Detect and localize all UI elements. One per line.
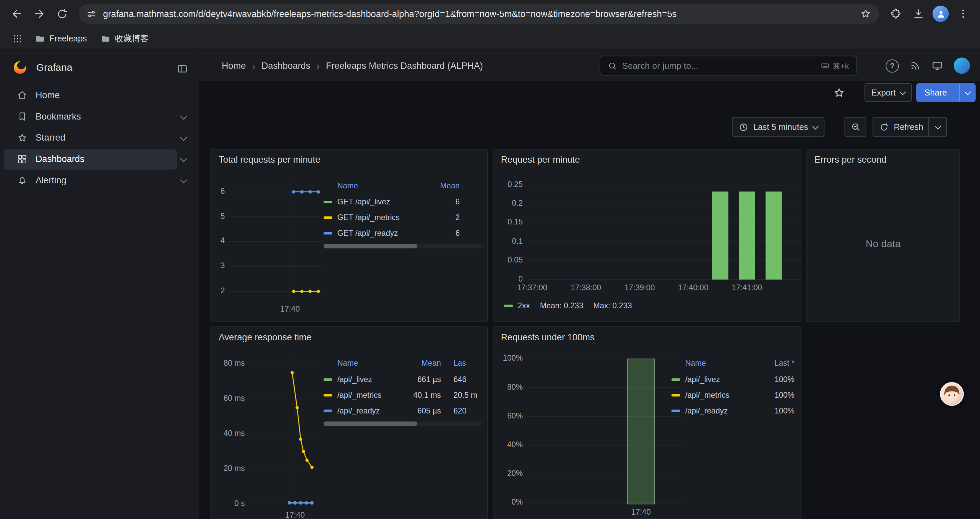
legend-row: GET /api/_readyz 6: [323, 225, 482, 241]
sidebar-item-starred[interactable]: Starred: [0, 128, 199, 149]
refresh-icon: [879, 122, 889, 132]
assistant-avatar[interactable]: [940, 382, 964, 406]
legend-inline: 2xx Mean: 0.233 Max: 0.233: [504, 302, 632, 310]
person-icon: [936, 9, 945, 18]
breadcrumb-dashboards[interactable]: Dashboards: [261, 61, 310, 71]
legend-series-name[interactable]: /api/_metrics: [337, 390, 401, 399]
panel-title[interactable]: Average response time: [218, 332, 312, 342]
panel-title[interactable]: Requests under 100ms: [501, 332, 595, 342]
x-axis-tick-label: 17:40: [262, 305, 318, 313]
y-axis-tick-label: 40 ms: [210, 429, 245, 438]
legend-table: Name Mean GET /api/_livez 6 GET /api/_me…: [323, 178, 482, 241]
panel-requests-under-100ms: 100%80%60%40%20%0%17:40 Requests under 1…: [493, 326, 801, 519]
legend-header-name[interactable]: Name: [337, 359, 401, 368]
legend-header-mean[interactable]: Mean: [406, 359, 441, 368]
panel-title[interactable]: Errors per second: [815, 155, 886, 164]
grafana-logo[interactable]: [12, 60, 27, 75]
share-menu-caret[interactable]: [959, 84, 975, 101]
apps-grid-icon: [12, 34, 22, 43]
topnav-icons: ?: [886, 57, 970, 74]
breadcrumb-home[interactable]: Home: [222, 61, 246, 71]
legend-series-name[interactable]: /api/_readyz: [337, 406, 401, 415]
chart-request-per-minute[interactable]: 0.250.20.150.10.05017:37:0017:38:0017:39…: [493, 150, 800, 322]
y-axis-tick-label: 80%: [488, 383, 523, 391]
chevron-down-icon[interactable]: [180, 113, 187, 120]
legend-header-last[interactable]: Las: [446, 359, 482, 368]
legend-series-name[interactable]: /api/_readyz: [685, 406, 757, 415]
search-placeholder: Search or jump to...: [622, 61, 816, 71]
legend-series-name[interactable]: GET /api/_metrics: [337, 213, 420, 222]
export-button[interactable]: Export: [865, 83, 912, 102]
forward-button[interactable]: [29, 3, 50, 24]
reload-button[interactable]: [51, 3, 73, 24]
star-icon: [17, 133, 28, 143]
y-axis-tick-label: 0: [488, 275, 523, 283]
legend-series-name[interactable]: /api/_livez: [685, 375, 757, 384]
legend-series-name[interactable]: GET /api/_livez: [337, 197, 420, 206]
apps-grid-button[interactable]: [9, 30, 26, 47]
legend-header-mean[interactable]: Mean: [425, 181, 460, 190]
request-per-minute-plot[interactable]: [528, 181, 800, 279]
bar: [627, 359, 655, 504]
time-range-picker[interactable]: Last 5 minutes: [732, 117, 824, 137]
legend-last-value: 100%: [762, 406, 794, 415]
download-icon: [912, 8, 924, 20]
scrollbar-thumb[interactable]: [323, 244, 417, 248]
search-input[interactable]: Search or jump to... ⌘+k: [600, 56, 857, 76]
sidebar-item-dashboards[interactable]: Dashboards: [0, 149, 199, 170]
zoom-out-button[interactable]: [845, 117, 867, 137]
bookmark-folder-freeleaps[interactable]: Freeleaps: [30, 31, 92, 46]
panel-errors-per-second: Errors per second No data: [806, 149, 960, 322]
chevron-down-icon[interactable]: [180, 134, 187, 141]
back-button[interactable]: [6, 3, 28, 24]
x-axis-tick-label: 17:39:00: [611, 283, 668, 292]
sidebar-item-alerting[interactable]: Alerting: [0, 170, 199, 192]
requests-under-100ms-plot[interactable]: [528, 358, 681, 504]
legend-table: Name Last * /api/_livez 100% /api/_metri…: [671, 355, 795, 418]
bookmark-folder-blogs[interactable]: 收藏博客: [96, 30, 154, 47]
total-requests-per-minute-plot[interactable]: [230, 182, 321, 301]
bookmark-star-icon[interactable]: [860, 8, 871, 19]
grafana-sidebar: Grafana Home Bookmarks Starred Dashboard…: [0, 50, 199, 519]
legend-series-name[interactable]: /api/_metrics: [685, 390, 757, 399]
grafana-user-avatar[interactable]: [954, 57, 970, 74]
legend-series-name[interactable]: 2xx: [518, 302, 530, 310]
legend-series-name[interactable]: /api/_livez: [337, 375, 401, 384]
extensions-button[interactable]: [885, 3, 906, 24]
series-point: [317, 190, 320, 194]
breadcrumb-separator: ›: [252, 61, 255, 71]
panel-title[interactable]: Request per minute: [501, 155, 580, 164]
y-axis-tick-label: 40%: [488, 440, 523, 449]
panel-title[interactable]: Total requests per minute: [218, 155, 320, 164]
monitor-kiosk-icon[interactable]: [931, 60, 943, 72]
browser-profile-avatar[interactable]: [932, 6, 949, 22]
chevron-down-icon[interactable]: [180, 176, 187, 184]
series-point: [310, 501, 313, 505]
browser-menu-button[interactable]: [953, 3, 974, 24]
sidebar-collapse-button[interactable]: [174, 61, 191, 77]
scrollbar-thumb[interactable]: [323, 422, 417, 426]
series-color-icon: [504, 305, 513, 307]
refresh-interval-caret[interactable]: [928, 118, 946, 136]
series-point: [294, 501, 297, 505]
favorite-dashboard-button[interactable]: [828, 82, 850, 103]
url-bar[interactable]: grafana.mathmast.com/d/deytv4rwavabkb/fr…: [79, 4, 879, 24]
legend-header-name[interactable]: Name: [337, 181, 420, 190]
news-rss-icon[interactable]: [909, 60, 921, 72]
chevron-down-icon[interactable]: [180, 155, 187, 162]
legend-last-value: 100%: [762, 390, 794, 399]
legend-series-name[interactable]: GET /api/_readyz: [337, 228, 420, 237]
refresh-button[interactable]: Refresh: [873, 117, 947, 137]
series-color-icon: [323, 216, 332, 219]
legend-mean: Mean: 0.233: [540, 302, 584, 310]
help-icon[interactable]: ?: [886, 59, 899, 72]
share-button[interactable]: Share: [916, 83, 976, 102]
legend-header-last[interactable]: Last *: [762, 359, 794, 368]
downloads-button[interactable]: [908, 3, 929, 24]
legend-header-name[interactable]: Name: [685, 359, 757, 368]
sidebar-item-bookmarks[interactable]: Bookmarks: [0, 106, 199, 128]
breadcrumb-current: Freeleaps Metrics Dashboard (ALPHA): [326, 61, 483, 71]
average-response-time-plot[interactable]: [250, 358, 321, 507]
sidebar-item-home[interactable]: Home: [0, 85, 199, 107]
legend-scrollbar: [323, 244, 482, 248]
